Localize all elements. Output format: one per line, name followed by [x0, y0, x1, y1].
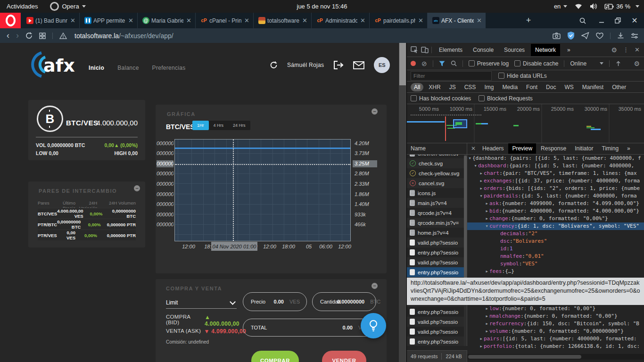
back-button[interactable]: ‹: [7, 31, 9, 41]
price-chart-plot[interactable]: [174, 139, 351, 241]
bookmark-heart-icon[interactable]: [596, 33, 603, 39]
expand-arrow-icon[interactable]: [495, 260, 500, 268]
buy-button[interactable]: COMPRAR: [251, 351, 299, 362]
request-row[interactable]: check-yellow.svg: [407, 168, 467, 178]
url-field[interactable]: totalsoftware.la /~afxuser/dev/app/: [74, 32, 173, 40]
browser-tab[interactable]: (1) Bad Bunny ✕: [22, 13, 80, 28]
inspect-element-icon[interactable]: [411, 46, 418, 53]
request-type-filter[interactable]: JS: [446, 83, 459, 91]
minimize-window-button[interactable]: [595, 13, 608, 28]
request-row[interactable]: cancel.svg: [407, 178, 467, 188]
mail-icon[interactable]: [353, 61, 364, 69]
request-row[interactable]: chevron-down.sv: [407, 155, 467, 158]
json-tree-line[interactable]: bid : {number: 4000000, formatted: "4.00…: [467, 207, 644, 215]
throttling-select[interactable]: Online: [570, 60, 603, 67]
expand-arrow-icon[interactable]: [479, 170, 484, 177]
json-tree-line[interactable]: portfolio : {total: {number: 12666138.6,…: [467, 343, 644, 350]
forward-button[interactable]: ›: [16, 31, 19, 41]
collapse-panel-button[interactable]: –: [372, 283, 378, 289]
json-tree-line[interactable]: dashboard : {pairs: [{id: 5, last: {numb…: [467, 162, 644, 170]
request-row[interactable]: entry.php?sessio: [407, 247, 467, 257]
request-type-filter[interactable]: WS: [561, 83, 577, 91]
expand-arrow-icon[interactable]: [495, 238, 500, 245]
settings-sliders-icon[interactable]: [631, 33, 638, 39]
expand-arrow-icon[interactable]: [484, 320, 489, 328]
request-row[interactable]: home.js?v=4: [407, 228, 467, 238]
json-tree-line[interactable]: orders : {bids: [{ids: "2", orders: 1, p…: [467, 185, 644, 192]
expand-arrow-icon[interactable]: [479, 335, 484, 343]
json-tree-line[interactable]: low : {number: 0, formatted: "0,00"}: [467, 305, 644, 313]
request-row[interactable]: valid.php?sessio: [407, 257, 467, 267]
pair-row[interactable]: PTR/BTC 0,00000000 BTC 0,00% 0,000000 PT…: [38, 219, 136, 230]
keyboard-layout[interactable]: en: [554, 0, 567, 13]
expand-arrow-icon[interactable]: [484, 222, 489, 230]
close-window-button[interactable]: ✕: [628, 13, 641, 28]
request-type-filter[interactable]: Manifest: [579, 83, 607, 91]
browser-tab[interactable]: totalsoftware ✕: [254, 13, 312, 28]
settings-gear-icon[interactable]: ⚙: [611, 46, 618, 54]
devtools-panel-tab[interactable]: Network: [531, 44, 560, 56]
scrollbar-thumb[interactable]: [399, 43, 406, 85]
record-network-log-button[interactable]: [411, 61, 416, 66]
quantity-input[interactable]: Cantidad 0.00000000 BTC: [312, 292, 376, 311]
expand-arrow-icon[interactable]: [484, 305, 489, 313]
wifi-icon[interactable]: [575, 4, 582, 9]
expand-arrow-icon[interactable]: [495, 230, 500, 238]
nav-item[interactable]: Balance: [117, 65, 139, 71]
request-detail-tab[interactable]: Timing: [598, 143, 623, 154]
reload-button[interactable]: [25, 32, 33, 39]
preserve-log-checkbox[interactable]: Preserve log: [469, 60, 509, 67]
sell-button[interactable]: VENDER: [322, 351, 366, 362]
tab-close-icon[interactable]: ✕: [417, 17, 424, 24]
opera-logo-button[interactable]: [0, 13, 21, 28]
request-type-filter[interactable]: CSS: [461, 83, 479, 91]
request-row[interactable]: entry.php?sessio: [407, 267, 467, 277]
snapshot-camera-icon[interactable]: [553, 33, 561, 39]
browser-tab[interactable]: AFX - Cliente ✕: [428, 13, 486, 28]
collapse-panel-button[interactable]: –: [134, 185, 140, 191]
browser-tab[interactable]: Administrado ✕: [312, 13, 370, 28]
request-detail-tab[interactable]: Headers: [479, 143, 507, 154]
expand-arrow-icon[interactable]: [479, 177, 484, 185]
order-type-select[interactable]: Limit: [166, 297, 237, 309]
expand-arrow-icon[interactable]: [467, 155, 472, 162]
json-tree-line[interactable]: chart : {pair: "BTC/VES", timeframe: 1, …: [467, 170, 644, 177]
request-table-header[interactable]: Name: [407, 143, 467, 155]
request-row[interactable]: entry.php?sessio: [407, 307, 467, 317]
tab-close-icon[interactable]: ✕: [243, 17, 250, 24]
total-input[interactable]: TOTAL 0.00 VES: [243, 319, 376, 337]
request-type-filter[interactable]: Media: [499, 83, 521, 91]
search-network-icon[interactable]: [451, 60, 457, 66]
maximize-window-button[interactable]: [611, 13, 624, 28]
expand-arrow-icon[interactable]: [484, 200, 489, 207]
volume-icon[interactable]: [590, 3, 597, 9]
request-row[interactable]: valid.php?sessio: [407, 317, 467, 327]
browser-tab[interactable]: cPanel - Princ ✕: [196, 13, 254, 28]
site-security-warning-icon[interactable]: [59, 33, 67, 39]
expand-arrow-icon[interactable]: [473, 162, 478, 170]
json-tree-line[interactable]: nmalfee : "0,01": [467, 253, 644, 260]
request-type-filter[interactable]: Doc: [543, 83, 559, 91]
expand-arrow-icon[interactable]: [479, 192, 484, 200]
app-scrollbar[interactable]: [399, 43, 406, 362]
timeframe-tab[interactable]: 4 Hrs: [209, 121, 229, 130]
tab-close-icon[interactable]: ✕: [185, 17, 192, 24]
request-type-filter[interactable]: All: [411, 83, 423, 91]
request-row[interactable]: main.js?v=4: [407, 198, 467, 208]
json-tree-line[interactable]: dsc : "Bolívares": [467, 238, 644, 245]
has-blocked-cookies-checkbox[interactable]: Has blocked cookies: [411, 95, 471, 102]
nav-item[interactable]: Inicio: [89, 65, 104, 71]
tab-close-icon[interactable]: ✕: [476, 17, 483, 24]
close-detail-icon[interactable]: ✕: [469, 145, 478, 152]
json-tree-line[interactable]: exchanges : [{id: 37, price: {number: 40…: [467, 177, 644, 185]
network-timeline-overview[interactable]: 5000 ms10000 ms15000 ms20000 ms25000 ms3…: [407, 104, 644, 143]
browser-tab[interactable]: APP permite ✕: [80, 13, 138, 28]
price-input[interactable]: Precio 0.00 VES: [243, 292, 307, 311]
request-type-filter[interactable]: Other: [609, 83, 629, 91]
request-row[interactable]: icons.js: [407, 188, 467, 198]
request-detail-tab[interactable]: Preview: [508, 143, 536, 154]
json-tree-line[interactable]: decimals : "2": [467, 230, 644, 238]
expand-arrow-icon[interactable]: [495, 245, 500, 253]
tab-search-button[interactable]: [576, 13, 589, 28]
tab-close-icon[interactable]: ✕: [69, 17, 76, 24]
